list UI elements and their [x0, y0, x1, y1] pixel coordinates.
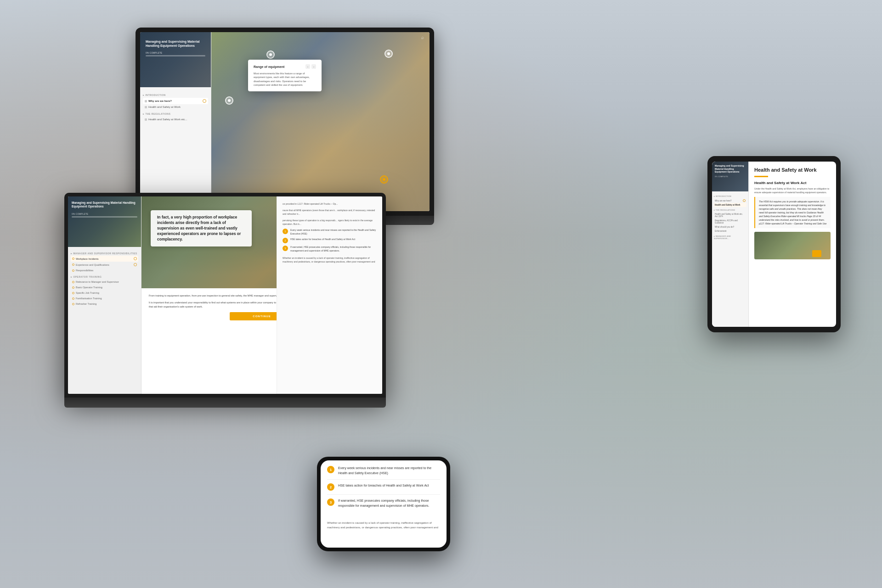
macbook-list-item-2: 2 HSE takes action for breaches of Healt… — [283, 238, 377, 243]
hotspot-4[interactable] — [380, 175, 388, 184]
tablet-right-nav: ▸ INTRODUCTION Why are we here? Health a… — [712, 191, 748, 242]
macbook-list-item-3: 3 If warranted, HSE prosecutes company o… — [283, 246, 377, 252]
tablet-right-nav-why[interactable]: Why are we here? — [714, 198, 746, 203]
macbook-course-title: Managing and Supervising Material Handli… — [72, 201, 137, 209]
nav-icon-regs — [145, 118, 147, 121]
macbook-nav-exp[interactable]: Experience and Qualifications — [71, 262, 138, 268]
nav-icon-why — [145, 100, 147, 102]
laptop-popup-title: Range of equipment — [254, 65, 284, 68]
laptop-popup-body: Most environments like this feature a ra… — [254, 72, 316, 87]
macbook-nav-incidents-label: Workplace Incidents — [76, 258, 98, 260]
macbook-nav-dot-8 — [72, 303, 74, 305]
laptop-sidebar: Managing and Supervising Material Handli… — [140, 32, 211, 211]
phone-list-item-1: 1 Every week serious incidents and near … — [327, 466, 440, 480]
tablet-right-section-regs: ▸ THE REGULATIONS — [714, 209, 746, 211]
macbook-nav-dot-5 — [72, 286, 74, 289]
macbook-progress-label: 0% COMPLETE — [72, 213, 137, 215]
tablet-right-section-intro: ▸ INTRODUCTION — [714, 195, 746, 197]
macbook-nav-specific[interactable]: Specific Job Training — [71, 290, 138, 296]
tablet-right-nav-health-label: Health and Safety at Work — [715, 204, 740, 206]
tablet-right-device: Managing and Supervising Material Handli… — [707, 156, 841, 332]
macbook-nav-dot-1 — [72, 258, 74, 260]
tablet-right-nav-act[interactable]: Health and Safety at Work etc. Act 1974 — [714, 212, 746, 218]
tablet-right-nav-act-label: Health and Safety at Work etc. Act 1974 — [715, 213, 746, 218]
tablet-right-nav-what[interactable]: What should you do? — [714, 225, 746, 229]
macbook-nav-specific-label: Specific Job Training — [76, 291, 99, 294]
macbook-nav-resp-label: Responsibilities — [76, 269, 93, 272]
macbook-nav-circle-1 — [134, 257, 137, 260]
tablet-right-quote-text: The HSW Act requires you to provide adeq… — [759, 200, 827, 225]
laptop-screen-outer: Managing and Supervising Material Handli… — [136, 28, 434, 216]
laptop-progress-label: 0% COMPLETE — [146, 51, 205, 54]
laptop-nav-health[interactable]: Health and Safety at Work — [143, 104, 208, 110]
macbook-right-para-2: nsure that all MHE operators (even those… — [283, 208, 377, 216]
tablet-right-orange-bar — [754, 176, 768, 177]
macbook-nav-familiarisation-label: Familiarisation Training — [76, 297, 102, 300]
phone-footer-text: Whether an incident is caused by a lack … — [321, 521, 447, 534]
macbook-nav-resp[interactable]: Responsibilities — [71, 268, 138, 273]
hotspot-2[interactable] — [384, 50, 393, 58]
macbook-nav-refresher[interactable]: Refresher Training — [71, 301, 138, 307]
hotspot-1[interactable] — [266, 50, 275, 59]
tablet-right-screen: Managing and Supervising Material Handli… — [712, 162, 836, 327]
macbook-nav-dot-7 — [72, 297, 74, 300]
laptop-search-icon[interactable]: ⌕ — [421, 35, 427, 40]
macbook-right-para-1: ce provided in L117: Rider-operated Lift… — [283, 202, 377, 206]
macbook-nav-rel-label: Relevance to Manager and Supervisor — [76, 280, 119, 283]
scene-container: Managing and Supervising Material Handli… — [0, 0, 882, 588]
laptop-course-title: Managing and Supervising Material Handli… — [146, 39, 205, 48]
laptop-popup-next[interactable]: › — [311, 64, 316, 69]
macbook-section-mgr: ▸ MANAGER AND SUPERVISOR RESPONSIBILITIE… — [71, 252, 138, 255]
macbook-nav-dot-3 — [72, 269, 74, 272]
laptop-warehouse-overlay — [211, 32, 430, 211]
laptop-course-header: Managing and Supervising Material Handli… — [140, 32, 211, 87]
tablet-right-page-title: Health and Safety at Work — [754, 167, 831, 173]
hotspot-3[interactable] — [225, 96, 233, 105]
macbook-highlight-quote: In fact, a very high proportion of workp… — [157, 215, 245, 242]
tablet-right-nav-enforce-label: Enforcement — [715, 230, 727, 232]
phone-list-text-1: Every week serious incidents and near mi… — [338, 466, 440, 476]
tablet-right-nav-regs[interactable]: Regulations, ACOPs and Guidance — [714, 218, 746, 225]
laptop-warehouse-image: ⌕ Range of equipment ‹ › — [211, 32, 430, 211]
tablet-right-nav-enforce[interactable]: Enforcement — [714, 229, 746, 233]
tablet-right-main: Health and Safety at Work Health and Saf… — [749, 162, 836, 327]
macbook-right-panel: ce provided in L117: Rider-operated Lift… — [277, 196, 382, 394]
tablet-right-course-title: Managing and Supervising Material Handli… — [715, 164, 746, 174]
macbook-nav-basic[interactable]: Basic Operator Training — [71, 285, 138, 290]
phone-content: 1 Every week serious incidents and near … — [321, 460, 447, 521]
tablet-right-outer: Managing and Supervising Material Handli… — [707, 156, 841, 332]
laptop-main-content: ⌕ Range of equipment ‹ › — [211, 32, 430, 211]
tablet-right-progress: 0% COMPLETE — [715, 175, 746, 178]
macbook-nav-refresher-label: Refresher Training — [76, 302, 96, 305]
phone-list-item-2: 2 HSE takes action for breaches of Healt… — [327, 483, 440, 495]
tablet-right-header: Managing and Supervising Material Handli… — [712, 162, 748, 191]
laptop-progress-track — [146, 55, 205, 56]
laptop-nav-why-label: Why are we here? — [148, 100, 172, 102]
macbook-device: Managing and Supervising Material Handli… — [64, 193, 386, 408]
macbook-nav-familiarisation[interactable]: Familiarisation Training — [71, 296, 138, 301]
laptop-nav-why-circle — [203, 99, 206, 103]
laptop-nav-why[interactable]: Why are we here? — [143, 98, 208, 104]
macbook-nav-incidents[interactable]: Workplace Incidents — [71, 256, 138, 262]
phone-list-num-2: 2 — [327, 483, 334, 491]
laptop-screen-inner: Managing and Supervising Material Handli… — [140, 32, 430, 211]
tablet-right-quote-box: The HSW Act requires you to provide adeq… — [754, 197, 831, 228]
macbook-nav-exp-label: Experience and Qualifications — [76, 263, 109, 266]
laptop-popup-header: Range of equipment ‹ › — [254, 64, 316, 69]
laptop-nav-regs[interactable]: Health and Safety at Work etc... — [143, 117, 208, 122]
phone-list-text-3: If warranted, HSE prosecutes company off… — [338, 498, 440, 508]
laptop-popup-prev[interactable]: ‹ — [305, 64, 310, 69]
macbook-nav-dot-6 — [72, 292, 74, 294]
tablet-right-nav-regs-label: Regulations, ACOPs and Guidance — [715, 219, 746, 224]
laptop-popup-card: Range of equipment ‹ › Most environments… — [248, 60, 322, 91]
tablet-right-section-mgr: ▸ MANAGER AND SUPERVISOR... — [714, 235, 746, 240]
tablet-right-nav-health[interactable]: Health and Safety at Work — [714, 203, 746, 207]
macbook-list-num-1: 1 — [283, 229, 288, 234]
macbook-nav-rel[interactable]: Relevance to Manager and Supervisor — [71, 279, 138, 285]
macbook-nav-dot-2 — [72, 263, 74, 266]
tablet-right-circle-1 — [743, 199, 746, 202]
tablet-right-sidebar: Managing and Supervising Material Handli… — [712, 162, 749, 327]
laptop-nav-regs-label: Health and Safety at Work etc... — [148, 118, 187, 121]
macbook-base — [64, 398, 386, 408]
tablet-right-warehouse-img — [754, 232, 831, 259]
